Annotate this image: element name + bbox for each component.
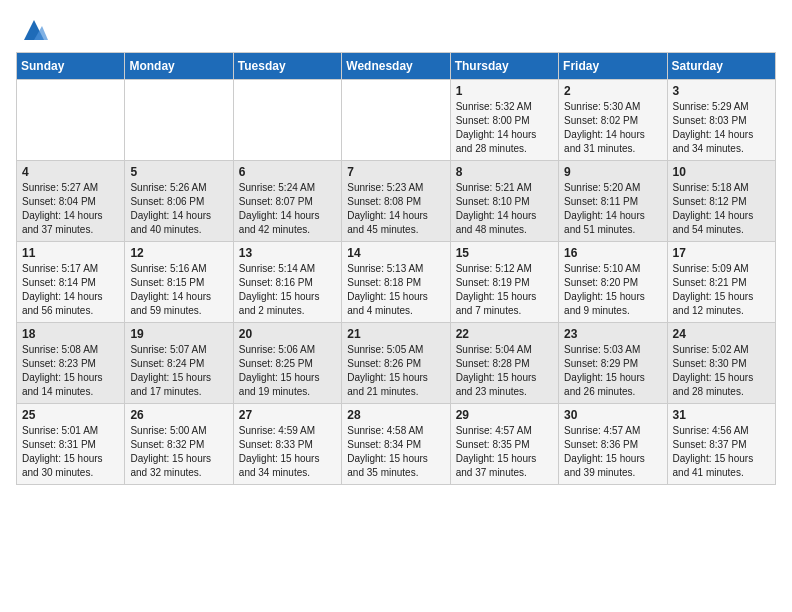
calendar-week-3: 11Sunrise: 5:17 AM Sunset: 8:14 PM Dayli…	[17, 242, 776, 323]
day-info: Sunrise: 5:04 AM Sunset: 8:28 PM Dayligh…	[456, 343, 553, 399]
day-info: Sunrise: 5:27 AM Sunset: 8:04 PM Dayligh…	[22, 181, 119, 237]
weekday-header-friday: Friday	[559, 53, 667, 80]
day-info: Sunrise: 4:59 AM Sunset: 8:33 PM Dayligh…	[239, 424, 336, 480]
calendar-cell: 30Sunrise: 4:57 AM Sunset: 8:36 PM Dayli…	[559, 404, 667, 485]
calendar-cell	[233, 80, 341, 161]
day-number: 1	[456, 84, 553, 98]
logo	[16, 16, 48, 44]
calendar-cell: 29Sunrise: 4:57 AM Sunset: 8:35 PM Dayli…	[450, 404, 558, 485]
day-info: Sunrise: 5:12 AM Sunset: 8:19 PM Dayligh…	[456, 262, 553, 318]
calendar-cell: 10Sunrise: 5:18 AM Sunset: 8:12 PM Dayli…	[667, 161, 775, 242]
day-info: Sunrise: 4:57 AM Sunset: 8:35 PM Dayligh…	[456, 424, 553, 480]
day-number: 10	[673, 165, 770, 179]
day-info: Sunrise: 5:24 AM Sunset: 8:07 PM Dayligh…	[239, 181, 336, 237]
day-info: Sunrise: 5:20 AM Sunset: 8:11 PM Dayligh…	[564, 181, 661, 237]
day-number: 7	[347, 165, 444, 179]
day-number: 13	[239, 246, 336, 260]
calendar-cell: 20Sunrise: 5:06 AM Sunset: 8:25 PM Dayli…	[233, 323, 341, 404]
day-number: 20	[239, 327, 336, 341]
calendar-cell: 18Sunrise: 5:08 AM Sunset: 8:23 PM Dayli…	[17, 323, 125, 404]
calendar-cell: 15Sunrise: 5:12 AM Sunset: 8:19 PM Dayli…	[450, 242, 558, 323]
calendar-cell: 2Sunrise: 5:30 AM Sunset: 8:02 PM Daylig…	[559, 80, 667, 161]
calendar-cell: 24Sunrise: 5:02 AM Sunset: 8:30 PM Dayli…	[667, 323, 775, 404]
day-number: 23	[564, 327, 661, 341]
weekday-header-monday: Monday	[125, 53, 233, 80]
day-number: 5	[130, 165, 227, 179]
day-number: 30	[564, 408, 661, 422]
weekday-header-sunday: Sunday	[17, 53, 125, 80]
day-info: Sunrise: 5:08 AM Sunset: 8:23 PM Dayligh…	[22, 343, 119, 399]
day-info: Sunrise: 4:57 AM Sunset: 8:36 PM Dayligh…	[564, 424, 661, 480]
day-number: 18	[22, 327, 119, 341]
calendar-cell: 6Sunrise: 5:24 AM Sunset: 8:07 PM Daylig…	[233, 161, 341, 242]
day-info: Sunrise: 5:30 AM Sunset: 8:02 PM Dayligh…	[564, 100, 661, 156]
calendar-cell: 13Sunrise: 5:14 AM Sunset: 8:16 PM Dayli…	[233, 242, 341, 323]
calendar-cell	[17, 80, 125, 161]
logo-icon	[20, 16, 48, 44]
day-info: Sunrise: 5:10 AM Sunset: 8:20 PM Dayligh…	[564, 262, 661, 318]
weekday-header-thursday: Thursday	[450, 53, 558, 80]
calendar-cell: 17Sunrise: 5:09 AM Sunset: 8:21 PM Dayli…	[667, 242, 775, 323]
calendar-cell: 1Sunrise: 5:32 AM Sunset: 8:00 PM Daylig…	[450, 80, 558, 161]
day-number: 12	[130, 246, 227, 260]
day-number: 19	[130, 327, 227, 341]
day-info: Sunrise: 5:17 AM Sunset: 8:14 PM Dayligh…	[22, 262, 119, 318]
day-info: Sunrise: 5:03 AM Sunset: 8:29 PM Dayligh…	[564, 343, 661, 399]
day-number: 28	[347, 408, 444, 422]
calendar-cell: 11Sunrise: 5:17 AM Sunset: 8:14 PM Dayli…	[17, 242, 125, 323]
day-info: Sunrise: 5:21 AM Sunset: 8:10 PM Dayligh…	[456, 181, 553, 237]
day-number: 4	[22, 165, 119, 179]
calendar-cell: 5Sunrise: 5:26 AM Sunset: 8:06 PM Daylig…	[125, 161, 233, 242]
day-number: 9	[564, 165, 661, 179]
day-info: Sunrise: 5:18 AM Sunset: 8:12 PM Dayligh…	[673, 181, 770, 237]
day-info: Sunrise: 5:07 AM Sunset: 8:24 PM Dayligh…	[130, 343, 227, 399]
day-info: Sunrise: 5:32 AM Sunset: 8:00 PM Dayligh…	[456, 100, 553, 156]
day-info: Sunrise: 5:14 AM Sunset: 8:16 PM Dayligh…	[239, 262, 336, 318]
calendar-cell: 7Sunrise: 5:23 AM Sunset: 8:08 PM Daylig…	[342, 161, 450, 242]
calendar-cell: 12Sunrise: 5:16 AM Sunset: 8:15 PM Dayli…	[125, 242, 233, 323]
calendar-cell: 22Sunrise: 5:04 AM Sunset: 8:28 PM Dayli…	[450, 323, 558, 404]
day-info: Sunrise: 4:58 AM Sunset: 8:34 PM Dayligh…	[347, 424, 444, 480]
calendar-cell: 31Sunrise: 4:56 AM Sunset: 8:37 PM Dayli…	[667, 404, 775, 485]
day-number: 22	[456, 327, 553, 341]
calendar-week-2: 4Sunrise: 5:27 AM Sunset: 8:04 PM Daylig…	[17, 161, 776, 242]
day-number: 27	[239, 408, 336, 422]
calendar-week-5: 25Sunrise: 5:01 AM Sunset: 8:31 PM Dayli…	[17, 404, 776, 485]
calendar-cell: 3Sunrise: 5:29 AM Sunset: 8:03 PM Daylig…	[667, 80, 775, 161]
calendar-cell: 14Sunrise: 5:13 AM Sunset: 8:18 PM Dayli…	[342, 242, 450, 323]
calendar-week-4: 18Sunrise: 5:08 AM Sunset: 8:23 PM Dayli…	[17, 323, 776, 404]
day-info: Sunrise: 5:05 AM Sunset: 8:26 PM Dayligh…	[347, 343, 444, 399]
day-info: Sunrise: 5:26 AM Sunset: 8:06 PM Dayligh…	[130, 181, 227, 237]
day-number: 26	[130, 408, 227, 422]
weekday-header-saturday: Saturday	[667, 53, 775, 80]
calendar-table: SundayMondayTuesdayWednesdayThursdayFrid…	[16, 52, 776, 485]
day-number: 31	[673, 408, 770, 422]
calendar-cell: 4Sunrise: 5:27 AM Sunset: 8:04 PM Daylig…	[17, 161, 125, 242]
calendar-cell: 9Sunrise: 5:20 AM Sunset: 8:11 PM Daylig…	[559, 161, 667, 242]
page-header	[16, 16, 776, 44]
day-number: 2	[564, 84, 661, 98]
day-number: 15	[456, 246, 553, 260]
calendar-cell: 19Sunrise: 5:07 AM Sunset: 8:24 PM Dayli…	[125, 323, 233, 404]
day-info: Sunrise: 5:09 AM Sunset: 8:21 PM Dayligh…	[673, 262, 770, 318]
day-number: 24	[673, 327, 770, 341]
day-info: Sunrise: 5:00 AM Sunset: 8:32 PM Dayligh…	[130, 424, 227, 480]
calendar-cell: 28Sunrise: 4:58 AM Sunset: 8:34 PM Dayli…	[342, 404, 450, 485]
calendar-cell	[125, 80, 233, 161]
day-number: 3	[673, 84, 770, 98]
weekday-header-tuesday: Tuesday	[233, 53, 341, 80]
day-info: Sunrise: 5:16 AM Sunset: 8:15 PM Dayligh…	[130, 262, 227, 318]
calendar-cell: 16Sunrise: 5:10 AM Sunset: 8:20 PM Dayli…	[559, 242, 667, 323]
calendar-week-1: 1Sunrise: 5:32 AM Sunset: 8:00 PM Daylig…	[17, 80, 776, 161]
calendar-cell: 23Sunrise: 5:03 AM Sunset: 8:29 PM Dayli…	[559, 323, 667, 404]
day-info: Sunrise: 5:29 AM Sunset: 8:03 PM Dayligh…	[673, 100, 770, 156]
day-number: 16	[564, 246, 661, 260]
day-number: 6	[239, 165, 336, 179]
calendar-cell: 27Sunrise: 4:59 AM Sunset: 8:33 PM Dayli…	[233, 404, 341, 485]
day-number: 25	[22, 408, 119, 422]
calendar-cell: 25Sunrise: 5:01 AM Sunset: 8:31 PM Dayli…	[17, 404, 125, 485]
weekday-header-row: SundayMondayTuesdayWednesdayThursdayFrid…	[17, 53, 776, 80]
day-number: 17	[673, 246, 770, 260]
day-info: Sunrise: 5:01 AM Sunset: 8:31 PM Dayligh…	[22, 424, 119, 480]
day-number: 14	[347, 246, 444, 260]
